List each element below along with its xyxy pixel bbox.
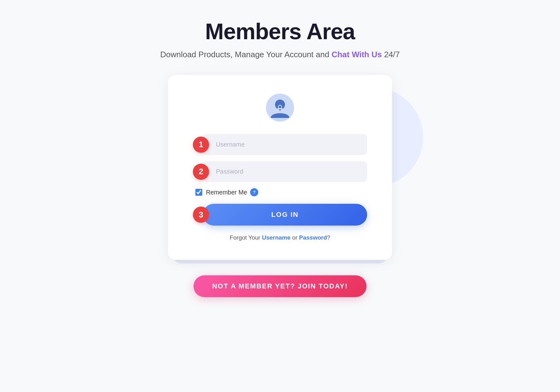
remember-me-checkbox[interactable] [195, 189, 202, 196]
svg-point-2 [279, 109, 281, 111]
login-button[interactable]: LOG IN [203, 204, 367, 226]
subtitle-prefix: Download Products, Manage Your Account a… [160, 50, 332, 59]
page-title: Members Area [205, 19, 355, 44]
forgot-suffix: ? [327, 234, 330, 241]
username-field-row: 1 [193, 134, 367, 155]
forgot-text: Forgot Your Username or Password? [230, 234, 330, 241]
remember-me-row: Remember Me ? [193, 188, 367, 196]
password-input[interactable] [203, 161, 367, 182]
subtitle-suffix: 24/7 [382, 50, 400, 59]
join-button[interactable]: NOT A MEMBER YET? JOIN TODAY! [194, 275, 366, 297]
card-wrapper: 1 2 Remember Me ? 3 LOG IN Forgot Your U… [156, 75, 404, 260]
login-card: 1 2 Remember Me ? 3 LOG IN Forgot Your U… [168, 75, 392, 260]
forgot-prefix: Forgot Your [230, 234, 262, 241]
step-3-badge: 3 [193, 207, 209, 223]
user-lock-icon [266, 94, 294, 122]
forgot-or: or [291, 234, 299, 241]
step-1-badge: 1 [193, 137, 209, 153]
avatar [266, 94, 294, 122]
remember-me-label: Remember Me [206, 189, 247, 196]
page-subtitle: Download Products, Manage Your Account a… [160, 50, 400, 59]
chat-with-us-link[interactable]: Chat With Us [332, 50, 382, 59]
step-2-badge: 2 [193, 164, 209, 180]
forgot-password-link[interactable]: Password [299, 234, 327, 241]
help-icon[interactable]: ? [250, 188, 258, 196]
password-field-row: 2 [193, 161, 367, 182]
forgot-username-link[interactable]: Username [262, 234, 291, 241]
login-button-row: 3 LOG IN [193, 204, 367, 226]
username-input[interactable] [203, 134, 367, 155]
